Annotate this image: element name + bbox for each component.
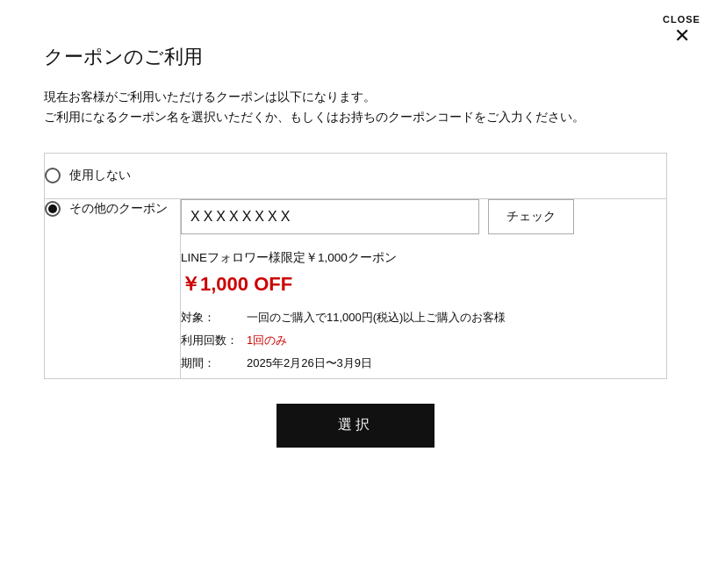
radio-empty-icon bbox=[45, 168, 61, 183]
description-line1: 現在お客様がご利用いただけるクーポンは以下になります。 bbox=[44, 88, 667, 108]
detail-target-value: 一回のご購入で11,000円(税込)以上ご購入のお客様 bbox=[247, 310, 506, 326]
no-use-cell[interactable]: 使用しない bbox=[45, 153, 667, 198]
other-text: その他のクーポン bbox=[69, 201, 168, 217]
detail-period-label: 期間： bbox=[181, 355, 247, 371]
detail-uses-value: 1回のみ bbox=[247, 333, 287, 348]
coupon-discount: ￥1,000 OFF bbox=[181, 271, 666, 298]
no-use-text: 使用しない bbox=[69, 168, 131, 183]
main-content: クーポンのご利用 現在お客様がご利用いただけるクーポンは以下になります。 ご利用… bbox=[0, 0, 711, 474]
detail-uses-label: 利用回数： bbox=[181, 333, 247, 348]
coupon-input-row: チェック bbox=[181, 199, 666, 234]
select-btn-wrapper: 選択 bbox=[44, 404, 667, 448]
no-use-label[interactable]: 使用しない bbox=[45, 168, 666, 183]
radio-filled-icon bbox=[45, 201, 61, 217]
coupon-code-input[interactable] bbox=[181, 199, 479, 234]
select-button[interactable]: 選択 bbox=[276, 404, 434, 448]
detail-period-row: 期間： 2025年2月26日〜3月9日 bbox=[181, 355, 666, 371]
table-row-other: その他のクーポン チェック LINEフォロワー様限定￥1,000クーポン ￥1,… bbox=[45, 198, 667, 378]
coupon-table: 使用しない その他のクーポン チェック LINEフォロワー様限定￥1,000 bbox=[44, 153, 667, 379]
close-button[interactable]: CLOSE ✕ bbox=[652, 0, 711, 59]
check-button[interactable]: チェック bbox=[488, 199, 574, 234]
detail-target-label: 対象： bbox=[181, 310, 247, 326]
description-line2: ご利用になるクーポン名を選択いただくか、もしくはお持ちのクーポンコードをご入力く… bbox=[44, 108, 667, 128]
other-radio-cell[interactable]: その他のクーポン bbox=[45, 198, 181, 378]
detail-period-value: 2025年2月26日〜3月9日 bbox=[247, 355, 372, 371]
detail-uses-row: 利用回数： 1回のみ bbox=[181, 333, 666, 348]
page-title: クーポンのご利用 bbox=[44, 44, 667, 70]
table-row-no-use[interactable]: 使用しない bbox=[45, 153, 667, 198]
detail-target-row: 対象： 一回のご購入で11,000円(税込)以上ご購入のお客様 bbox=[181, 310, 666, 326]
other-label[interactable]: その他のクーポン bbox=[45, 199, 180, 217]
coupon-content-cell: チェック LINEフォロワー様限定￥1,000クーポン ￥1,000 OFF 対… bbox=[181, 198, 667, 378]
description: 現在お客様がご利用いただけるクーポンは以下になります。 ご利用になるクーポン名を… bbox=[44, 88, 667, 128]
close-label: CLOSE bbox=[663, 14, 700, 25]
coupon-name: LINEフォロワー様限定￥1,000クーポン bbox=[181, 250, 666, 266]
radio-dot bbox=[48, 204, 57, 213]
close-icon: ✕ bbox=[674, 26, 690, 46]
